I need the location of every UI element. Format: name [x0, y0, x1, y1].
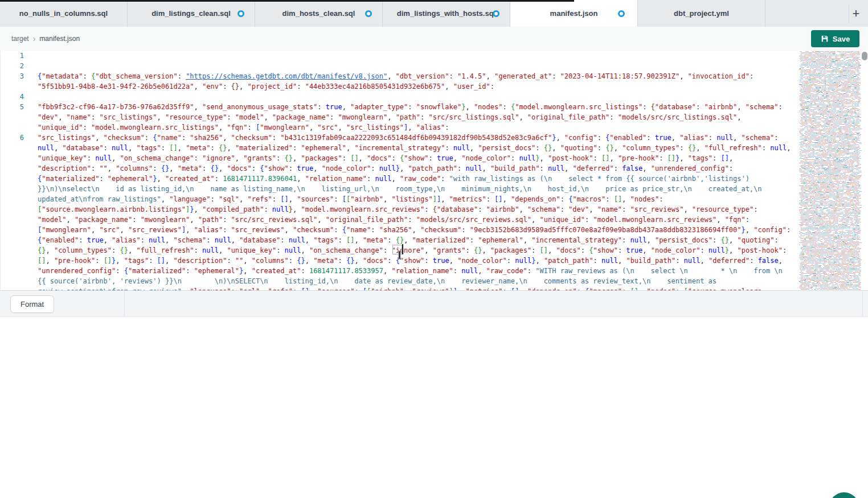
code-text[interactable]: "fbb9f3c2-cf96-4a17-b736-976a62d35ff9", … — [38, 102, 793, 133]
code-line[interactable]: 3{"metadata": {"dbt_schema_version": "ht… — [1, 71, 793, 92]
line-number: 4 — [1, 92, 24, 102]
modified-indicator-icon — [238, 10, 244, 17]
tab-label: manifest.json — [550, 9, 598, 18]
code-line[interactable]: 5"fbb9f3c2-cf96-4a17-b736-976a62d35ff9",… — [1, 102, 793, 133]
chevron-right-icon: › — [33, 35, 36, 43]
tab-dim-listings-with-hosts-sql[interactable]: dim_listings_with_hosts.sql — [383, 0, 510, 27]
tab-dim-hosts-clean-sql[interactable]: dim_hosts_clean.sql — [255, 0, 383, 27]
tab-label: dim_listings_clean.sql — [152, 9, 231, 18]
code-line[interactable]: 6"src_listings", "checksum": {"name": "s… — [1, 133, 793, 290]
line-number: 6 — [1, 133, 24, 290]
code-line[interactable]: 1 — [1, 51, 793, 61]
code-editor[interactable]: 123{"metadata": {"dbt_schema_version": "… — [0, 51, 868, 290]
line-number: 2 — [1, 61, 24, 71]
mouse-ibeam-cursor — [396, 250, 403, 260]
line-number: 1 — [1, 51, 24, 61]
tab-label: dim_listings_with_hosts.sql — [397, 9, 496, 18]
minimap[interactable] — [798, 51, 862, 290]
code-text[interactable]: "src_listings", "checksum": {"name": "sh… — [38, 133, 793, 290]
scrollbar-thumb[interactable] — [862, 52, 867, 60]
save-button-label: Save — [833, 35, 850, 43]
tab-dbt-project-yml[interactable]: dbt_project.yml — [638, 0, 765, 27]
footer-divider — [862, 291, 863, 316]
modified-indicator-icon — [493, 10, 499, 17]
add-tab-button[interactable]: + — [847, 0, 865, 27]
code-text[interactable] — [38, 51, 793, 61]
line-number: 3 — [1, 71, 24, 92]
tab-label: dim_hosts_clean.sql — [282, 9, 355, 18]
save-icon — [821, 35, 829, 43]
breadcrumb-file: manifest.json — [39, 35, 80, 43]
breadcrumb: target › manifest.json — [11, 27, 80, 51]
footer-divider — [124, 291, 125, 316]
tab-label: no_nulls_in_columns.sql — [19, 9, 108, 18]
tab-no-nulls-in-columns-sql[interactable]: no_nulls_in_columns.sql — [0, 0, 128, 27]
code-text[interactable] — [38, 92, 793, 102]
code-text[interactable] — [38, 61, 793, 71]
modified-indicator-icon — [618, 10, 625, 17]
code-line[interactable]: 2 — [1, 61, 793, 71]
results-pane — [0, 317, 868, 498]
format-button[interactable]: Format — [10, 295, 54, 313]
dbt-cloud-ide-window: no_nulls_in_columns.sqldim_listings_clea… — [0, 0, 868, 498]
breadcrumb-bar: target › manifest.json Save — [0, 27, 868, 51]
code-line[interactable]: 4 — [1, 92, 793, 102]
tab-label: dbt_project.yml — [674, 9, 729, 18]
code-text[interactable]: {"metadata": {"dbt_schema_version": "htt… — [38, 71, 793, 92]
line-number: 5 — [1, 102, 24, 133]
tab-dim-listings-clean-sql[interactable]: dim_listings_clean.sql — [128, 0, 255, 27]
editor-footer-bar: Format — [0, 290, 868, 317]
modified-indicator-icon — [365, 10, 372, 17]
breadcrumb-folder: target — [11, 35, 29, 43]
tab-manifest-json[interactable]: manifest.json — [510, 0, 638, 27]
tab-bar: no_nulls_in_columns.sqldim_listings_clea… — [0, 0, 868, 27]
window-top-border — [0, 0, 574, 2]
save-button[interactable]: Save — [811, 30, 859, 47]
